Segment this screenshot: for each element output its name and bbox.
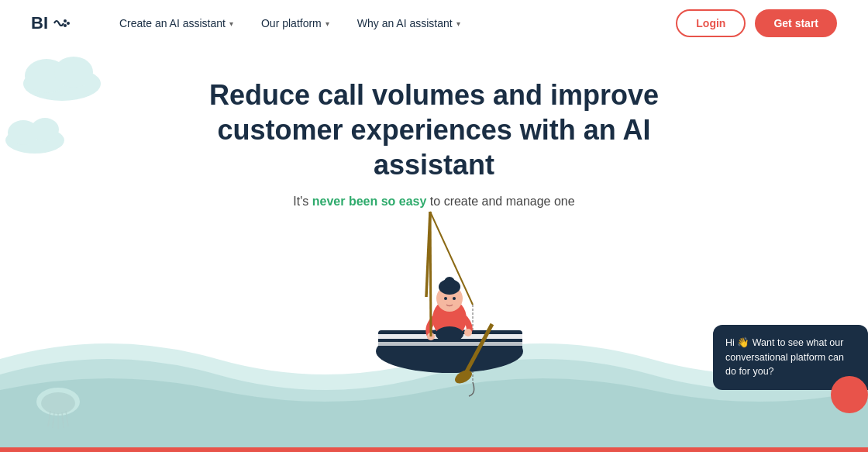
chevron-down-icon: ▾ — [456, 19, 460, 28]
nav-create-label: Create an AI assistant — [119, 17, 226, 29]
svg-point-25 — [444, 297, 447, 300]
chevron-down-icon: ▾ — [229, 19, 233, 28]
svg-rect-15 — [378, 342, 522, 346]
chat-message: Hi 👋 Want to see what our conversational… — [725, 337, 844, 378]
logo[interactable]: BI — [31, 13, 73, 33]
nav-actions: Login Get start — [676, 9, 837, 37]
get-started-button[interactable]: Get start — [755, 9, 837, 37]
boat-illustration — [294, 204, 574, 405]
svg-point-1 — [67, 22, 70, 25]
svg-point-24 — [444, 277, 455, 288]
login-button[interactable]: Login — [676, 9, 746, 37]
hero-title: Reduce call volumes and improve customer… — [194, 78, 674, 182]
nav-platform-label: Our platform — [261, 17, 322, 29]
svg-point-19 — [436, 326, 463, 342]
chevron-down-icon: ▾ — [326, 19, 329, 28]
nav-our-platform[interactable]: Our platform ▾ — [261, 17, 329, 29]
nav-why-label: Why an AI assistant — [357, 17, 453, 29]
bottom-bar — [0, 447, 868, 452]
chat-avatar[interactable] — [831, 376, 868, 413]
jellyfish-illustration — [31, 386, 85, 429]
logo-text: BI — [31, 13, 48, 33]
nav-links: Create an AI assistant ▾ Our platform ▾ … — [119, 17, 676, 29]
hero-section: Reduce call volumes and improve customer… — [0, 47, 868, 209]
nav-create-assistant[interactable]: Create an AI assistant ▾ — [119, 17, 233, 29]
svg-point-21 — [464, 329, 472, 336]
hero-illustration — [294, 204, 574, 405]
svg-point-0 — [64, 19, 67, 22]
nav-why-assistant[interactable]: Why an AI assistant ▾ — [357, 17, 460, 29]
svg-line-27 — [430, 212, 431, 336]
svg-point-29 — [41, 392, 75, 414]
svg-point-2 — [64, 24, 67, 27]
svg-point-26 — [453, 297, 456, 300]
navbar: BI Create an AI assistant ▾ Our platform… — [0, 0, 868, 47]
logo-icon — [51, 16, 73, 31]
